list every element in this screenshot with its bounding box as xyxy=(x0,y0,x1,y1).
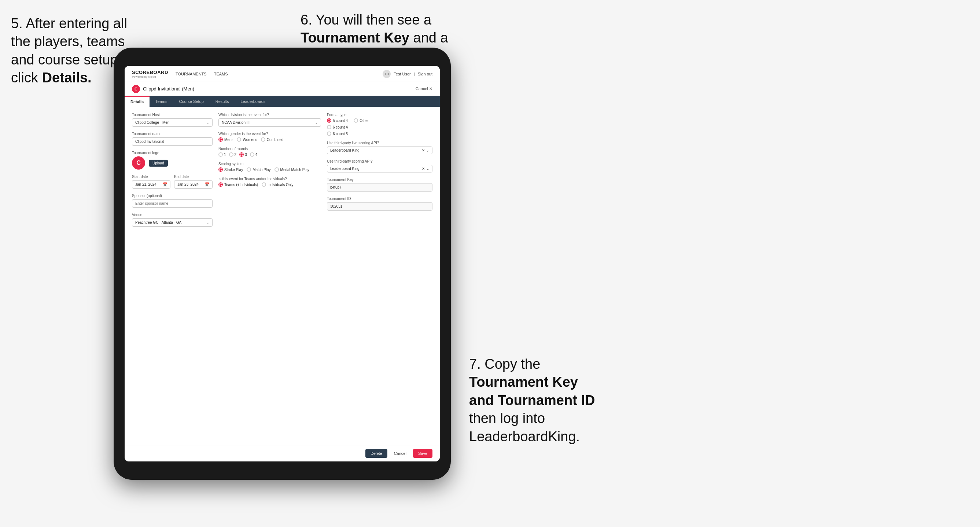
tournament-host-field: Tournament Host Clippd College - Men xyxy=(132,113,213,127)
middle-column: Which division is the event for? NCAA Di… xyxy=(218,113,321,439)
separator: | xyxy=(414,72,415,76)
rounds-field: Number of rounds 1 2 3 xyxy=(218,147,321,157)
end-date-input[interactable]: Jan 23, 2024 📅 xyxy=(174,180,213,189)
upload-button[interactable]: Upload xyxy=(149,160,168,167)
nav-teams[interactable]: TEAMS xyxy=(214,71,228,77)
third-party-1-input[interactable]: Leaderboard King ✕ ⌄ xyxy=(327,146,433,154)
brand-logo: SCOREBOARD Powered by clippd xyxy=(132,70,168,78)
calendar-icon-start: 📅 xyxy=(163,183,167,186)
clear-icon-2[interactable]: ✕ xyxy=(422,167,425,171)
sponsor-input[interactable] xyxy=(132,199,213,208)
radio-mens-icon xyxy=(218,137,223,142)
tournament-key-field: Tournament Key b4f8b7 xyxy=(327,178,433,192)
gender-womens[interactable]: Womens xyxy=(237,137,257,142)
tournament-id-label: Tournament ID xyxy=(327,197,433,201)
tournament-logo-field: Tournament logo C Upload xyxy=(132,151,213,170)
scoring-match[interactable]: Match Play xyxy=(247,167,270,172)
brand-title: SCOREBOARD xyxy=(132,70,168,75)
teams-label: Is this event for Teams and/or Individua… xyxy=(218,177,321,181)
tournament-id-value: 302051 xyxy=(327,202,433,211)
logo-section: C Upload xyxy=(132,156,213,170)
field-actions-2: ✕ ⌄ xyxy=(422,167,429,171)
left-column: Tournament Host Clippd College - Men Tou… xyxy=(132,113,213,439)
tablet-device: SCOREBOARD Powered by clippd TOURNAMENTS… xyxy=(114,48,451,480)
chevron-icon-2[interactable]: ⌄ xyxy=(426,167,429,171)
radio-5count4-icon xyxy=(327,118,331,123)
tab-teams[interactable]: Teams xyxy=(150,96,173,107)
brand-sub: Powered by clippd xyxy=(132,75,168,78)
nav-links: TOURNAMENTS TEAMS xyxy=(175,71,383,77)
format-row-1: 5 count 4 Other xyxy=(327,118,433,123)
calendar-icon-end: 📅 xyxy=(205,183,209,186)
navbar: SCOREBOARD Powered by clippd TOURNAMENTS… xyxy=(125,66,440,82)
format-other[interactable]: Other xyxy=(354,118,369,123)
start-date-input[interactable]: Jan 21, 2024 📅 xyxy=(132,180,170,189)
right-column: Format type 5 count 4 Other xyxy=(327,113,433,439)
tab-course-setup[interactable]: Course Setup xyxy=(173,96,209,107)
field-actions-1: ✕ ⌄ xyxy=(422,148,429,152)
gender-mens[interactable]: Mens xyxy=(218,137,233,142)
round-1[interactable]: 1 xyxy=(218,152,226,157)
sponsor-field: Sponsor (optional) xyxy=(132,194,213,208)
tab-leaderboards[interactable]: Leaderboards xyxy=(235,96,271,107)
format-5count4[interactable]: 5 count 4 xyxy=(327,118,348,123)
round-2[interactable]: 2 xyxy=(229,152,237,157)
date-row: Start date Jan 21, 2024 📅 End date Jan 2… xyxy=(132,175,213,189)
format-6count4[interactable]: 6 count 4 xyxy=(327,125,433,129)
venue-field: Venue Peachtree GC - Atlanta - GA xyxy=(132,213,213,227)
avatar: TU xyxy=(383,70,391,78)
tab-results[interactable]: Results xyxy=(210,96,235,107)
format-6count5[interactable]: 6 count 5 xyxy=(327,132,433,136)
scoring-radio-group: Stroke Play Match Play Medal Match Play xyxy=(218,167,321,172)
division-input[interactable]: NCAA Division III xyxy=(218,118,321,127)
format-radio-group: 5 count 4 Other 6 count 4 xyxy=(327,118,433,136)
tournament-host-input[interactable]: Clippd College - Men xyxy=(132,118,213,127)
tournament-name-input[interactable]: Clippd Invitational xyxy=(132,137,213,146)
sponsor-label: Sponsor (optional) xyxy=(132,194,213,198)
footer: Delete Cancel Save xyxy=(125,445,440,462)
nav-tournaments[interactable]: TOURNAMENTS xyxy=(175,71,207,77)
individuals-only[interactable]: Individuals Only xyxy=(262,183,294,187)
radio-6count4-icon xyxy=(327,125,331,129)
round-3[interactable]: 3 xyxy=(239,152,247,157)
user-name: Test User xyxy=(394,72,410,76)
radio-match-icon xyxy=(247,167,251,172)
chevron-icon-1[interactable]: ⌄ xyxy=(426,148,429,152)
navbar-right: TU Test User | Sign out xyxy=(383,70,433,78)
gender-combined[interactable]: Combined xyxy=(261,137,284,142)
third-party-2-field: Use third-party scoring API? Leaderboard… xyxy=(327,159,433,173)
delete-button[interactable]: Delete xyxy=(365,449,387,458)
tournament-key-label: Tournament Key xyxy=(327,178,433,182)
logo-circle-icon: C xyxy=(132,156,145,170)
division-field: Which division is the event for? NCAA Di… xyxy=(218,113,321,127)
venue-label: Venue xyxy=(132,213,213,217)
main-content: Tournament Host Clippd College - Men Tou… xyxy=(125,107,440,445)
tournament-name-label: Tournament name xyxy=(132,132,213,136)
format-type-label: Format type xyxy=(327,113,433,117)
round-4[interactable]: 4 xyxy=(250,152,258,157)
teams-radio-group: Teams (+Individuals) Individuals Only xyxy=(218,183,321,187)
sign-out-link[interactable]: Sign out xyxy=(418,71,433,77)
header-cancel-button[interactable]: Cancel ✕ xyxy=(415,86,433,91)
end-date-label: End date xyxy=(174,175,213,179)
tournament-key-value: b4f8b7 xyxy=(327,183,433,192)
tournament-title: Clippd Invitational (Men) xyxy=(143,86,415,92)
clear-icon-1[interactable]: ✕ xyxy=(422,148,425,152)
tournament-logo-icon: C xyxy=(132,85,140,93)
venue-input[interactable]: Peachtree GC - Atlanta - GA xyxy=(132,218,213,227)
radio-combined-icon xyxy=(261,137,265,142)
tab-details[interactable]: Details xyxy=(125,96,150,107)
teams-plus-individuals[interactable]: Teams (+Individuals) xyxy=(218,183,258,187)
rounds-radio-group: 1 2 3 4 xyxy=(218,152,321,157)
tournament-name-field: Tournament name Clippd Invitational xyxy=(132,132,213,146)
scoring-stroke[interactable]: Stroke Play xyxy=(218,167,243,172)
radio-individuals-icon xyxy=(262,183,266,187)
tournament-id-field: Tournament ID 302051 xyxy=(327,197,433,211)
footer-cancel-button[interactable]: Cancel xyxy=(390,449,410,458)
third-party-2-input[interactable]: Leaderboard King ✕ ⌄ xyxy=(327,165,433,173)
scoring-medal[interactable]: Medal Match Play xyxy=(275,167,309,172)
save-button[interactable]: Save xyxy=(413,449,433,458)
radio-round3-icon xyxy=(239,152,244,157)
radio-teams-icon xyxy=(218,183,223,187)
end-date-field: End date Jan 23, 2024 📅 xyxy=(174,175,213,189)
